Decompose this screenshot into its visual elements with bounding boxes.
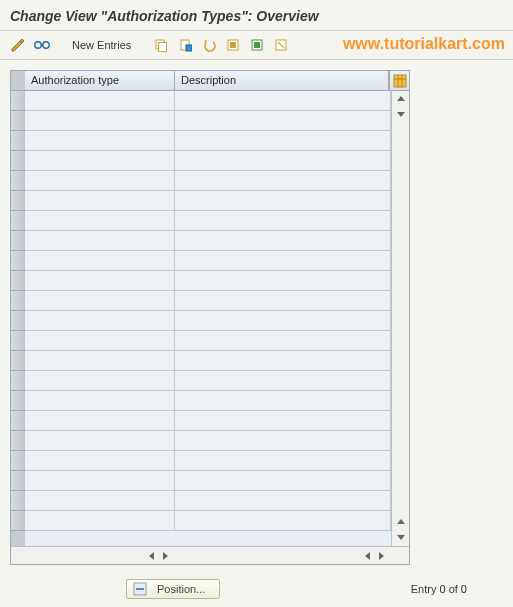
cell-description[interactable] bbox=[175, 131, 391, 150]
row-selector[interactable] bbox=[11, 351, 25, 371]
cell-auth-type[interactable] bbox=[25, 211, 175, 230]
cell-description[interactable] bbox=[175, 251, 391, 270]
cell-description[interactable] bbox=[175, 91, 391, 110]
cell-description[interactable] bbox=[175, 111, 391, 130]
table-row[interactable] bbox=[25, 311, 391, 331]
cell-description[interactable] bbox=[175, 231, 391, 250]
cell-description[interactable] bbox=[175, 371, 391, 390]
scroll-down-bottom-icon[interactable] bbox=[393, 530, 409, 546]
cell-auth-type[interactable] bbox=[25, 331, 175, 350]
cell-description[interactable] bbox=[175, 511, 391, 530]
cell-auth-type[interactable] bbox=[25, 111, 175, 130]
row-selector[interactable] bbox=[11, 391, 25, 411]
cell-auth-type[interactable] bbox=[25, 351, 175, 370]
row-selector[interactable] bbox=[11, 151, 25, 171]
cell-description[interactable] bbox=[175, 491, 391, 510]
table-row[interactable] bbox=[25, 391, 391, 411]
cell-auth-type[interactable] bbox=[25, 171, 175, 190]
row-selector[interactable] bbox=[11, 331, 25, 351]
cell-auth-type[interactable] bbox=[25, 151, 175, 170]
row-selector[interactable] bbox=[11, 411, 25, 431]
table-row[interactable] bbox=[25, 251, 391, 271]
scroll-up-bottom-icon[interactable] bbox=[393, 514, 409, 530]
table-row[interactable] bbox=[25, 271, 391, 291]
cell-auth-type[interactable] bbox=[25, 371, 175, 390]
row-selector[interactable] bbox=[11, 471, 25, 491]
table-row[interactable] bbox=[25, 91, 391, 111]
cell-auth-type[interactable] bbox=[25, 91, 175, 110]
scroll-right-icon[interactable] bbox=[159, 549, 173, 563]
cell-description[interactable] bbox=[175, 171, 391, 190]
row-selector[interactable] bbox=[11, 291, 25, 311]
row-selector[interactable] bbox=[11, 191, 25, 211]
cell-description[interactable] bbox=[175, 291, 391, 310]
table-row[interactable] bbox=[25, 151, 391, 171]
cell-auth-type[interactable] bbox=[25, 491, 175, 510]
cell-description[interactable] bbox=[175, 271, 391, 290]
table-row[interactable] bbox=[25, 351, 391, 371]
cell-description[interactable] bbox=[175, 431, 391, 450]
glasses-icon[interactable] bbox=[32, 35, 52, 55]
cell-auth-type[interactable] bbox=[25, 511, 175, 530]
table-row[interactable] bbox=[25, 331, 391, 351]
vertical-scrollbar[interactable] bbox=[391, 91, 409, 546]
position-button[interactable]: Position... bbox=[126, 579, 220, 599]
row-selector[interactable] bbox=[11, 431, 25, 451]
scroll-down-icon[interactable] bbox=[393, 107, 409, 123]
row-selector[interactable] bbox=[11, 211, 25, 231]
table-row[interactable] bbox=[25, 431, 391, 451]
undo-icon[interactable] bbox=[199, 35, 219, 55]
cell-auth-type[interactable] bbox=[25, 131, 175, 150]
delete-icon[interactable] bbox=[175, 35, 195, 55]
cell-description[interactable] bbox=[175, 391, 391, 410]
cell-description[interactable] bbox=[175, 151, 391, 170]
cell-auth-type[interactable] bbox=[25, 231, 175, 250]
row-selector[interactable] bbox=[11, 451, 25, 471]
table-config-icon[interactable] bbox=[389, 71, 409, 90]
cell-auth-type[interactable] bbox=[25, 411, 175, 430]
row-selector[interactable] bbox=[11, 311, 25, 331]
row-selector[interactable] bbox=[11, 131, 25, 151]
change-icon[interactable] bbox=[8, 35, 28, 55]
cell-description[interactable] bbox=[175, 471, 391, 490]
table-row[interactable] bbox=[25, 451, 391, 471]
scroll-left-icon[interactable] bbox=[145, 549, 159, 563]
row-selector[interactable] bbox=[11, 491, 25, 511]
deselect-all-icon[interactable] bbox=[271, 35, 291, 55]
row-selector[interactable] bbox=[11, 271, 25, 291]
row-selector[interactable] bbox=[11, 111, 25, 131]
cell-auth-type[interactable] bbox=[25, 471, 175, 490]
cell-description[interactable] bbox=[175, 311, 391, 330]
cell-description[interactable] bbox=[175, 191, 391, 210]
row-selector[interactable] bbox=[11, 231, 25, 251]
table-row[interactable] bbox=[25, 131, 391, 151]
table-row[interactable] bbox=[25, 291, 391, 311]
scroll-left-desc-icon[interactable] bbox=[361, 549, 375, 563]
select-block-icon[interactable] bbox=[247, 35, 267, 55]
horizontal-scrollbar[interactable] bbox=[11, 546, 409, 564]
cell-description[interactable] bbox=[175, 351, 391, 370]
table-row[interactable] bbox=[25, 471, 391, 491]
scroll-right-desc-icon[interactable] bbox=[375, 549, 389, 563]
copy-icon[interactable] bbox=[151, 35, 171, 55]
cell-auth-type[interactable] bbox=[25, 271, 175, 290]
cell-auth-type[interactable] bbox=[25, 311, 175, 330]
select-all-icon[interactable] bbox=[223, 35, 243, 55]
row-selector[interactable] bbox=[11, 91, 25, 111]
table-row[interactable] bbox=[25, 171, 391, 191]
scroll-up-icon[interactable] bbox=[393, 91, 409, 107]
row-selector[interactable] bbox=[11, 511, 25, 531]
row-selector[interactable] bbox=[11, 371, 25, 391]
table-row[interactable] bbox=[25, 491, 391, 511]
row-selector[interactable] bbox=[11, 251, 25, 271]
cell-description[interactable] bbox=[175, 331, 391, 350]
cell-description[interactable] bbox=[175, 451, 391, 470]
table-row[interactable] bbox=[25, 111, 391, 131]
table-row[interactable] bbox=[25, 211, 391, 231]
cell-auth-type[interactable] bbox=[25, 251, 175, 270]
cell-description[interactable] bbox=[175, 211, 391, 230]
column-header-description[interactable]: Description bbox=[175, 71, 389, 90]
cell-auth-type[interactable] bbox=[25, 391, 175, 410]
table-row[interactable] bbox=[25, 231, 391, 251]
cell-auth-type[interactable] bbox=[25, 431, 175, 450]
